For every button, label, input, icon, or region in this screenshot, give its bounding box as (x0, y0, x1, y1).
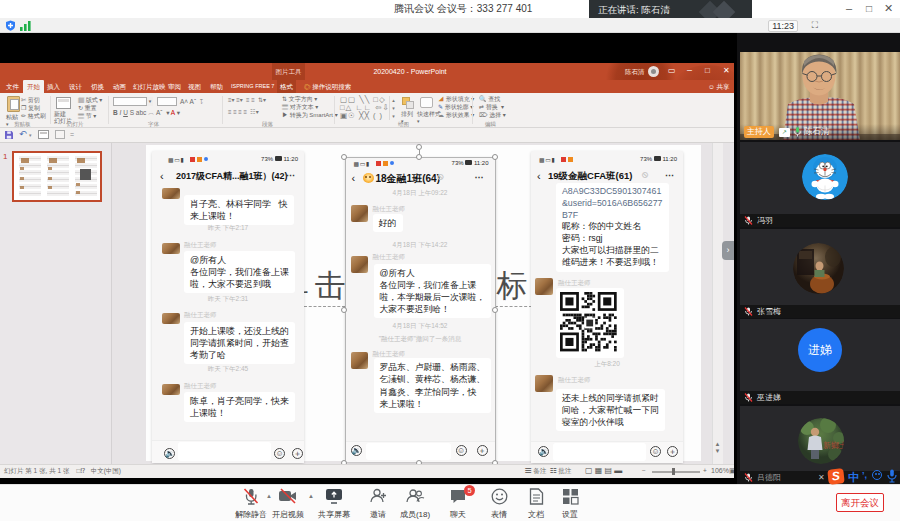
svg-text:新鄉土: 新鄉土 (823, 441, 844, 450)
